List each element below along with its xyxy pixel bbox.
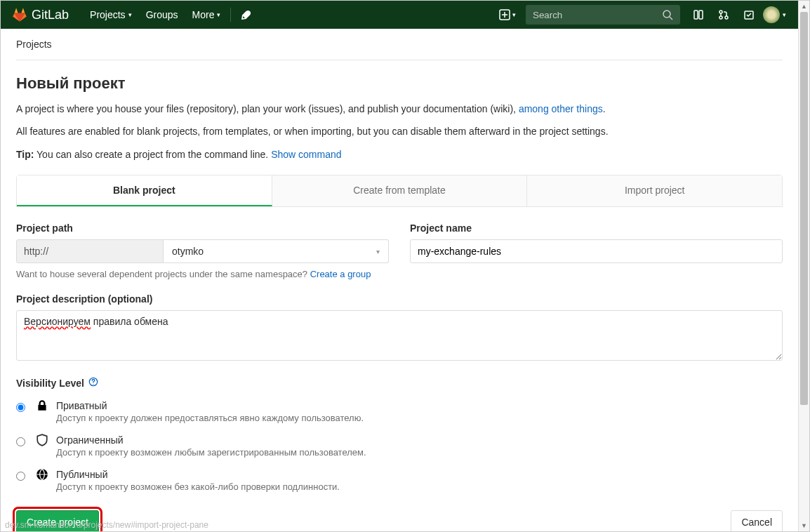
lock-icon <box>35 399 49 415</box>
radio-private[interactable] <box>16 403 25 412</box>
issues-icon[interactable] <box>686 9 711 20</box>
svg-point-5 <box>719 16 722 19</box>
svg-rect-2 <box>694 11 698 19</box>
scroll-thumb[interactable] <box>800 12 808 405</box>
svg-point-4 <box>719 11 722 13</box>
chevron-down-icon: ▾ <box>512 11 516 18</box>
search-box[interactable] <box>526 5 680 25</box>
description-label: Project description (optional) <box>16 293 783 305</box>
radio-internal[interactable] <box>16 437 25 446</box>
description-textarea[interactable] <box>16 310 783 361</box>
vertical-scrollbar[interactable]: ▲ ▼ <box>798 1 809 531</box>
help-icon[interactable] <box>88 377 98 389</box>
scroll-down-arrow[interactable]: ▼ <box>799 520 809 531</box>
svg-rect-3 <box>699 11 703 19</box>
visibility-internal[interactable]: Ограниченный Доступ к проекту возможен л… <box>16 434 783 458</box>
tab-create-from-template[interactable]: Create from template <box>272 175 528 206</box>
chevron-down-icon: ▾ <box>217 11 220 18</box>
gitlab-logo[interactable]: GitLab <box>12 7 69 22</box>
scroll-up-arrow[interactable]: ▲ <box>799 1 809 12</box>
chevron-down-icon: ▾ <box>783 11 786 18</box>
namespace-help: Want to house several dependent projects… <box>16 269 389 279</box>
show-command-link[interactable]: Show command <box>271 149 341 160</box>
merge-request-icon[interactable] <box>711 9 736 20</box>
nav-groups[interactable]: Groups <box>139 1 185 29</box>
project-type-tabs: Blank project Create from template Impor… <box>16 175 783 207</box>
intro-line1: A project is where you house your files … <box>16 101 783 117</box>
tab-import-project[interactable]: Import project <box>527 175 782 206</box>
svg-point-1 <box>663 11 670 18</box>
project-name-input[interactable] <box>410 239 783 263</box>
radio-public[interactable] <box>16 472 25 481</box>
project-name-label: Project name <box>410 222 783 234</box>
plus-menu[interactable]: ▾ <box>495 9 520 20</box>
svg-point-6 <box>725 16 728 19</box>
chevron-down-icon: ▾ <box>128 11 132 18</box>
search-input[interactable] <box>533 10 662 20</box>
wrench-icon[interactable] <box>234 9 259 20</box>
visibility-private[interactable]: Приватный Доступ к проекту должен предос… <box>16 400 783 423</box>
page-title: Новый проект <box>16 74 783 93</box>
project-path-label: Project path <box>16 222 389 234</box>
brand-text: GitLab <box>32 8 69 22</box>
among-other-things-link[interactable]: among other things <box>519 103 603 114</box>
path-prefix: http:// <box>16 239 164 263</box>
nav-divider <box>230 8 231 22</box>
cancel-button[interactable]: Cancel <box>731 510 783 531</box>
todos-icon[interactable] <box>736 9 762 20</box>
svg-point-9 <box>93 384 93 385</box>
top-navbar: GitLab Projects ▾ Groups More ▾ ▾ <box>1 1 798 29</box>
nav-more[interactable]: More ▾ <box>185 1 228 29</box>
visibility-label: Visibility Level <box>16 377 783 389</box>
breadcrumb[interactable]: Projects <box>16 39 783 60</box>
intro-line2: All features are enabled for blank proje… <box>16 124 783 139</box>
status-bar-url: dev.sm-komandor.ru/projects/new#import-p… <box>1 520 213 530</box>
chevron-down-icon: ▾ <box>376 248 380 255</box>
user-menu[interactable]: ▾ <box>762 6 787 23</box>
search-icon <box>662 9 673 20</box>
intro-tip: Tip: You can also create a project from … <box>16 147 783 162</box>
tab-blank-project[interactable]: Blank project <box>17 175 272 206</box>
avatar <box>763 6 780 23</box>
nav-projects[interactable]: Projects ▾ <box>83 1 139 29</box>
shield-icon <box>35 434 49 450</box>
tanuki-icon <box>12 7 27 22</box>
create-group-link[interactable]: Create a group <box>310 269 371 279</box>
namespace-select[interactable]: otymko ▾ <box>164 239 389 263</box>
globe-icon <box>35 468 49 484</box>
visibility-public[interactable]: Публичный Доступ к проекту возможен без … <box>16 469 783 492</box>
